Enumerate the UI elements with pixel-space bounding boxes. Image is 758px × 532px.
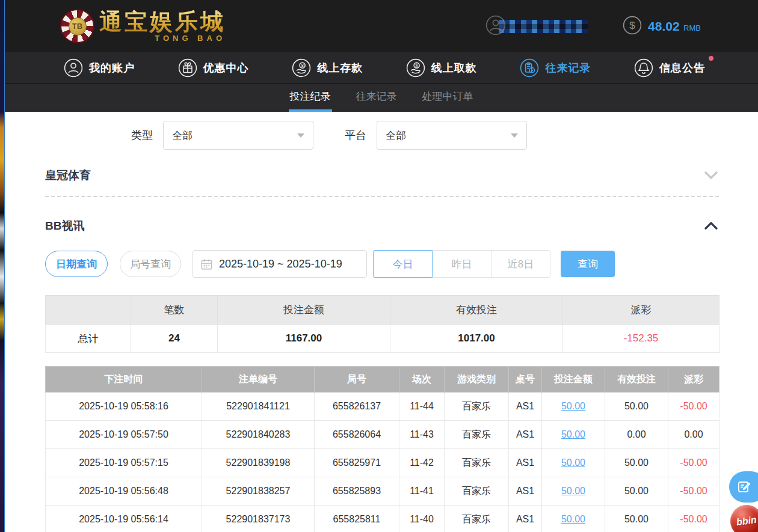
- order-number-cell: 522901837173: [202, 506, 315, 532]
- section-crown-sports[interactable]: 皇冠体育: [45, 168, 719, 197]
- filter-row: 类型 全部 平台 全部: [131, 121, 758, 150]
- feedback-edit-button[interactable]: [729, 471, 758, 503]
- quick-last8days-button[interactable]: 近8日: [491, 250, 550, 278]
- table-header-row: 下注时间 注单编号 局号 场次 游戏类别 桌号 投注金额 有效投注 派彩: [46, 367, 719, 393]
- col-table-number: 桌号: [509, 367, 542, 393]
- chevron-down-icon[interactable]: [703, 170, 719, 181]
- bet-amount-link[interactable]: 50.00: [561, 514, 585, 524]
- section-bb-video[interactable]: BB视讯: [45, 218, 719, 234]
- session-cell: 11-44: [399, 393, 445, 421]
- type-select[interactable]: 全部: [163, 121, 313, 150]
- nav-item-withdraw[interactable]: $ 线上取款: [406, 58, 477, 78]
- bet-time-cell: 2025-10-19 05:56:14: [46, 506, 202, 532]
- col-game-type: 游戏类别: [445, 367, 509, 393]
- dollar-coin-icon: $: [623, 16, 642, 37]
- table-row: 2025-10-19 05:58:16522901841121655826137…: [46, 393, 719, 421]
- date-range-input[interactable]: 2025-10-19 ~ 2025-10-19: [193, 250, 367, 278]
- background-edge-strip: [0, 0, 5, 532]
- platform-select-value: 全部: [386, 129, 406, 142]
- query-toolbar: 日期查询 局号查询 2025-10-19 ~ 2025-10-19 今日 昨日: [45, 250, 719, 278]
- col-order-number: 注单编号: [202, 367, 315, 393]
- tab-transaction-records[interactable]: 往来记录: [355, 84, 398, 112]
- type-filter-label: 类型: [131, 128, 153, 142]
- bet-amount-link[interactable]: 50.00: [561, 486, 585, 496]
- deposit-icon: ¥: [292, 58, 311, 78]
- logo-chip-label: TB: [69, 17, 87, 35]
- logo-chip-icon: TB: [60, 9, 94, 43]
- bet-amount-cell: 50.00: [542, 449, 605, 477]
- summary-header-blank: [46, 296, 131, 325]
- bet-amount-cell: 50.00: [542, 421, 605, 449]
- quick-yesterday-button[interactable]: 昨日: [432, 250, 491, 278]
- date-query-button[interactable]: 日期查询: [45, 251, 108, 277]
- site-logo[interactable]: TB 通宝娱乐城 TONG BAO: [60, 9, 226, 43]
- payout-cell: 0.00: [668, 421, 719, 449]
- nav-item-deposit[interactable]: ¥ 线上存款: [292, 58, 363, 78]
- session-cell: 11-42: [399, 449, 445, 477]
- summary-total-count: 24: [131, 325, 218, 353]
- bet-time-cell: 2025-10-19 05:57:15: [46, 449, 202, 477]
- svg-text:$: $: [415, 62, 418, 68]
- nav-item-promotions[interactable]: 优惠中心: [178, 58, 249, 78]
- person-icon: [64, 58, 83, 78]
- platform-select[interactable]: 全部: [377, 121, 527, 150]
- chevron-down-icon: [297, 133, 304, 138]
- main-nav: 我的账户 优惠中心 ¥ 线上存款: [5, 52, 758, 84]
- subtab-bar: 投注纪录 往来记录 处理中订单: [5, 84, 758, 112]
- summary-total-payout: -152.35: [563, 325, 719, 353]
- bet-amount-link[interactable]: 50.00: [561, 401, 585, 411]
- username-masked: [499, 20, 588, 33]
- username-area[interactable]: [485, 15, 588, 38]
- col-round-number: 局号: [315, 367, 399, 393]
- type-select-value: 全部: [172, 129, 193, 142]
- search-button[interactable]: 查询: [561, 251, 615, 277]
- bet-amount-cell: 50.00: [542, 477, 605, 506]
- payout-cell: -50.00: [668, 477, 719, 506]
- order-number-cell: 522901838257: [202, 477, 315, 506]
- bet-time-cell: 2025-10-19 05:56:48: [46, 477, 202, 506]
- table-number-cell: AS1: [509, 449, 542, 477]
- tab-processing-orders[interactable]: 处理中订单: [421, 84, 475, 112]
- gift-icon: [178, 58, 197, 78]
- col-bet-amount: 投注金额: [542, 367, 605, 393]
- top-header: TB 通宝娱乐城 TONG BAO: [5, 0, 758, 52]
- detail-table-body: 2025-10-19 05:58:16522901841121655826137…: [46, 393, 719, 532]
- bet-records-table: 下注时间 注单编号 局号 场次 游戏类别 桌号 投注金额 有效投注 派彩 202…: [45, 366, 719, 532]
- table-number-cell: AS1: [509, 421, 542, 449]
- summary-header-payout: 派彩: [563, 296, 719, 325]
- svg-text:$: $: [629, 20, 635, 31]
- summary-header-valid-bet: 有效投注: [390, 296, 563, 325]
- table-number-cell: AS1: [509, 477, 542, 506]
- round-number-cell: 655825811: [315, 506, 399, 532]
- session-cell: 11-43: [399, 421, 445, 449]
- calendar-icon: [200, 258, 213, 271]
- game-type-cell: 百家乐: [445, 449, 509, 477]
- order-number-cell: 522901840283: [202, 421, 315, 449]
- bet-amount-link[interactable]: 50.00: [561, 429, 585, 439]
- nav-item-transaction-records[interactable]: 往来记录: [520, 58, 591, 78]
- summary-total-row: 总计 24 1167.00 1017.00 -152.35: [46, 325, 719, 353]
- bet-amount-link[interactable]: 50.00: [561, 457, 585, 468]
- payout-cell: -50.00: [668, 393, 719, 421]
- payout-cell: -50.00: [668, 449, 719, 477]
- valid-bet-cell: 50.00: [605, 449, 668, 477]
- summary-total-label: 总计: [46, 325, 131, 353]
- table-number-cell: AS1: [509, 506, 542, 532]
- notification-dot: [709, 56, 713, 61]
- platform-filter-label: 平台: [345, 128, 366, 142]
- summary-total-bet-amount: 1167.00: [218, 325, 390, 353]
- table-number-cell: AS1: [509, 393, 542, 421]
- nav-item-my-account[interactable]: 我的账户: [64, 58, 135, 78]
- nav-item-announcements[interactable]: 信息公告: [634, 58, 705, 78]
- summary-header-bet-amount: 投注金额: [218, 296, 390, 325]
- summary-header-row: 笔数 投注金额 有效投注 派彩: [46, 296, 719, 325]
- tab-bet-records[interactable]: 投注纪录: [289, 84, 332, 112]
- table-row: 2025-10-19 05:56:48522901838257655825893…: [46, 477, 719, 506]
- section-title-crown: 皇冠体育: [45, 168, 91, 183]
- balance[interactable]: $ 48.02 RMB: [623, 16, 701, 37]
- quick-today-button[interactable]: 今日: [373, 250, 433, 278]
- round-query-button[interactable]: 局号查询: [120, 251, 181, 277]
- chevron-up-icon[interactable]: [703, 221, 719, 231]
- payout-cell: -50.00: [668, 506, 719, 532]
- game-type-cell: 百家乐: [445, 477, 509, 506]
